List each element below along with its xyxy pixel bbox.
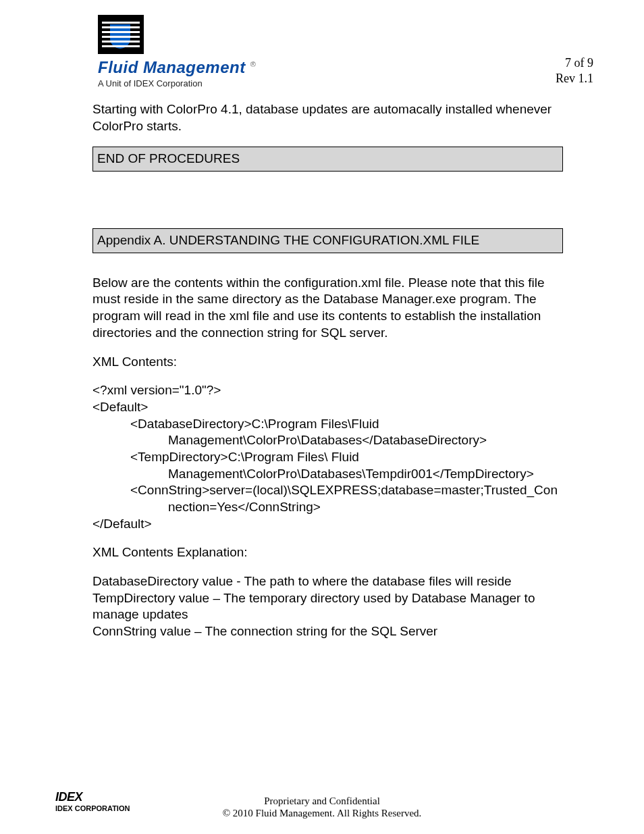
brand-text: Fluid Management — [98, 58, 246, 76]
idex-wordmark: IDEX — [55, 790, 82, 804]
fm-logo-icon — [98, 15, 144, 54]
xml-explain-label: XML Contents Explanation: — [92, 544, 563, 561]
xml-line: <ConnString>server=(local)\SQLEXPRESS;da… — [92, 482, 563, 499]
page-revision: Rev 1.1 — [556, 71, 593, 86]
explain-tempdir: TempDirectory value – The temporary dire… — [92, 590, 563, 623]
brand-block: Fluid Management ® A Unit of IDEX Corpor… — [98, 15, 256, 88]
intro-paragraph: Starting with ColorPro 4.1, database upd… — [92, 101, 563, 134]
xml-line: Management\ColorPro\Databases\Tempdir001… — [92, 466, 563, 483]
xml-line: </Default> — [92, 516, 563, 533]
brand-registered: ® — [250, 60, 257, 68]
brand-name: Fluid Management ® — [98, 58, 256, 77]
page-count: 7 of 9 — [556, 55, 593, 71]
footer-logo-block: IDEX IDEX CORPORATION — [55, 790, 130, 812]
xml-line: <?xml version="1.0"?> — [92, 382, 563, 399]
section-appendix-a: Appendix A. UNDERSTANDING THE CONFIGURAT… — [92, 228, 563, 253]
idex-logo-icon: IDEX IDEX CORPORATION — [55, 790, 130, 812]
explain-dbdir: DatabaseDirectory value - The path to wh… — [92, 573, 563, 590]
appendix-intro: Below are the contents within the config… — [92, 275, 563, 342]
section-end-of-procedures: END OF PROCEDURES — [92, 147, 563, 172]
xml-line: <DatabaseDirectory>C:\Program Files\Flui… — [92, 416, 563, 433]
explain-lines: DatabaseDirectory value - The path to wh… — [92, 573, 563, 640]
xml-contents-label: XML Contents: — [92, 354, 563, 371]
xml-line: nection=Yes</ConnString> — [92, 499, 563, 516]
explain-connstring: ConnString value – The connection string… — [92, 623, 563, 640]
xml-line: <Default> — [92, 399, 563, 416]
idex-corporation: IDEX CORPORATION — [55, 804, 130, 812]
xml-line: <TempDirectory>C:\Program Files\ Fluid — [92, 449, 563, 466]
xml-line: Management\ColorPro\Databases</DatabaseD… — [92, 432, 563, 449]
page-meta: 7 of 9 Rev 1.1 — [556, 55, 593, 86]
page-footer: IDEX IDEX CORPORATION Proprietary and Co… — [0, 795, 644, 819]
brand-subline: A Unit of IDEX Corporation — [98, 78, 256, 88]
document-body: Starting with ColorPro 4.1, database upd… — [92, 101, 563, 640]
xml-listing: <?xml version="1.0"?> <Default> <Databas… — [92, 382, 563, 532]
